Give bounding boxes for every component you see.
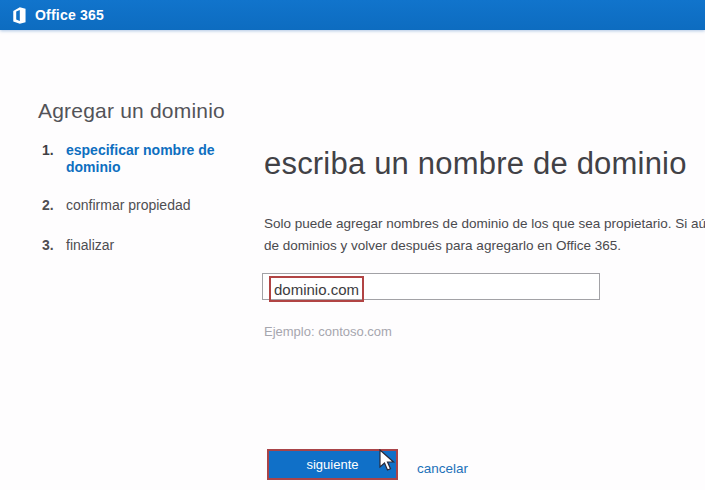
wizard-step-specify-domain[interactable]: 1. especificar nombre de dominio: [42, 142, 232, 176]
example-hint: Ejemplo: contoso.com: [264, 324, 392, 339]
step-number: 1.: [42, 142, 66, 176]
step-label: finalizar: [66, 237, 114, 254]
page-title: escriba un nombre de dominio: [264, 146, 687, 182]
office365-add-domain-page: Office 365 Agregar un dominio 1. especif…: [0, 0, 705, 490]
step-label: especificar nombre de dominio: [66, 142, 232, 176]
wizard-title: Agregar un dominio: [38, 99, 225, 123]
step-number: 3.: [42, 237, 66, 254]
office-logo-icon: [10, 6, 28, 25]
cancel-link[interactable]: cancelar: [417, 461, 468, 476]
description-line-1: Solo puede agregar nombres de dominio de…: [264, 213, 705, 235]
wizard-step-finish[interactable]: 3. finalizar: [42, 237, 242, 254]
brand: Office 365: [0, 6, 104, 25]
next-button[interactable]: siguiente: [267, 449, 398, 480]
next-button-label: siguiente: [306, 457, 358, 472]
domain-input-value: dominio.com: [274, 281, 359, 298]
step-label: confirmar propiedad: [66, 197, 191, 214]
topbar: Office 365: [0, 0, 705, 30]
annotation-box-domain-value: dominio.com: [269, 276, 364, 302]
wizard-step-confirm-ownership[interactable]: 2. confirmar propiedad: [42, 197, 242, 214]
description-text: Solo puede agregar nombres de dominio de…: [264, 213, 705, 257]
step-number: 2.: [42, 197, 66, 214]
description-line-2: de dominios y volver después para agrega…: [264, 235, 705, 257]
brand-label: Office 365: [35, 7, 104, 23]
